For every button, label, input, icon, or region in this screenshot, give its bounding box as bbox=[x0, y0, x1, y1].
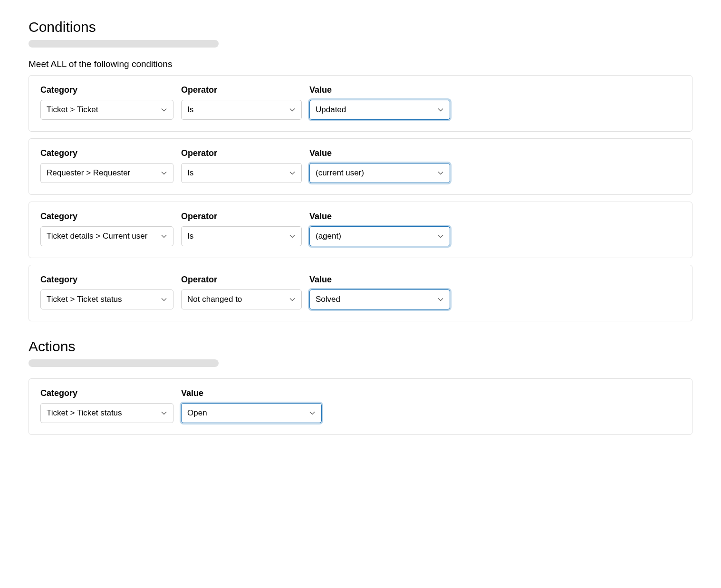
chevron-down-icon bbox=[161, 233, 167, 240]
operator-value: Not changed to bbox=[187, 295, 242, 304]
operator-label: Operator bbox=[181, 275, 302, 285]
action-row: Category Ticket > Ticket status Value Op… bbox=[29, 378, 692, 435]
actions-section: Actions Category Ticket > Ticket status … bbox=[29, 338, 692, 435]
category-field: Category Ticket > Ticket status bbox=[40, 275, 173, 309]
value-field: Value (agent) bbox=[309, 212, 450, 246]
value-value: (agent) bbox=[316, 231, 341, 241]
category-value: Ticket > Ticket status bbox=[47, 295, 122, 304]
conditions-description-placeholder bbox=[29, 40, 219, 48]
value-dropdown[interactable]: Solved bbox=[309, 289, 450, 309]
chevron-down-icon bbox=[289, 233, 296, 240]
conditions-heading: Conditions bbox=[29, 19, 692, 35]
value-label: Value bbox=[309, 275, 450, 285]
chevron-down-icon bbox=[161, 410, 167, 416]
category-value: Ticket details > Current user bbox=[47, 231, 147, 241]
chevron-down-icon bbox=[289, 106, 296, 113]
category-dropdown[interactable]: Ticket > Ticket status bbox=[40, 289, 173, 309]
category-label: Category bbox=[40, 388, 173, 398]
actions-heading: Actions bbox=[29, 338, 692, 355]
value-field: Value Open bbox=[181, 388, 322, 423]
value-label: Value bbox=[309, 212, 450, 222]
actions-description-placeholder bbox=[29, 359, 219, 367]
category-field: Category Requester > Requester bbox=[40, 148, 173, 183]
chevron-down-icon bbox=[161, 296, 167, 303]
value-value: Open bbox=[187, 408, 207, 418]
value-dropdown[interactable]: Open bbox=[181, 403, 322, 423]
condition-row: Category Ticket > Ticket status Operator… bbox=[29, 265, 692, 321]
condition-row: Category Ticket > Ticket Operator Is Val… bbox=[29, 75, 692, 132]
category-label: Category bbox=[40, 85, 173, 95]
chevron-down-icon bbox=[309, 410, 316, 416]
operator-label: Operator bbox=[181, 212, 302, 222]
chevron-down-icon bbox=[289, 296, 296, 303]
operator-field: Operator Not changed to bbox=[181, 275, 302, 309]
condition-row: Category Requester > Requester Operator … bbox=[29, 138, 692, 195]
value-label: Value bbox=[309, 85, 450, 95]
value-field: Value (current user) bbox=[309, 148, 450, 183]
chevron-down-icon bbox=[437, 170, 444, 176]
value-field: Value Solved bbox=[309, 275, 450, 309]
operator-dropdown[interactable]: Is bbox=[181, 226, 302, 246]
value-value: Solved bbox=[316, 295, 340, 304]
chevron-down-icon bbox=[437, 233, 444, 240]
chevron-down-icon bbox=[437, 106, 444, 113]
value-dropdown[interactable]: Updated bbox=[309, 100, 450, 120]
operator-value: Is bbox=[187, 168, 193, 178]
operator-dropdown[interactable]: Not changed to bbox=[181, 289, 302, 309]
category-value: Ticket > Ticket status bbox=[47, 408, 122, 418]
chevron-down-icon bbox=[289, 170, 296, 176]
category-label: Category bbox=[40, 212, 173, 222]
category-field: Category Ticket > Ticket bbox=[40, 85, 173, 120]
operator-label: Operator bbox=[181, 85, 302, 95]
category-label: Category bbox=[40, 148, 173, 158]
value-dropdown[interactable]: (agent) bbox=[309, 226, 450, 246]
operator-dropdown[interactable]: Is bbox=[181, 163, 302, 183]
category-field: Category Ticket details > Current user bbox=[40, 212, 173, 246]
value-dropdown[interactable]: (current user) bbox=[309, 163, 450, 183]
chevron-down-icon bbox=[161, 170, 167, 176]
category-dropdown[interactable]: Ticket > Ticket status bbox=[40, 403, 173, 423]
operator-field: Operator Is bbox=[181, 212, 302, 246]
value-field: Value Updated bbox=[309, 85, 450, 120]
category-dropdown[interactable]: Requester > Requester bbox=[40, 163, 173, 183]
conditions-subtitle: Meet ALL of the following conditions bbox=[29, 59, 692, 69]
category-value: Requester > Requester bbox=[47, 168, 130, 178]
value-value: Updated bbox=[316, 105, 346, 115]
operator-field: Operator Is bbox=[181, 85, 302, 120]
condition-row: Category Ticket details > Current user O… bbox=[29, 202, 692, 258]
category-label: Category bbox=[40, 275, 173, 285]
operator-label: Operator bbox=[181, 148, 302, 158]
category-dropdown[interactable]: Ticket > Ticket bbox=[40, 100, 173, 120]
value-label: Value bbox=[181, 388, 322, 398]
operator-value: Is bbox=[187, 231, 193, 241]
value-value: (current user) bbox=[316, 168, 364, 178]
chevron-down-icon bbox=[161, 106, 167, 113]
operator-dropdown[interactable]: Is bbox=[181, 100, 302, 120]
chevron-down-icon bbox=[437, 296, 444, 303]
category-value: Ticket > Ticket bbox=[47, 105, 98, 115]
operator-field: Operator Is bbox=[181, 148, 302, 183]
value-label: Value bbox=[309, 148, 450, 158]
operator-value: Is bbox=[187, 105, 193, 115]
category-dropdown[interactable]: Ticket details > Current user bbox=[40, 226, 173, 246]
category-field: Category Ticket > Ticket status bbox=[40, 388, 173, 423]
